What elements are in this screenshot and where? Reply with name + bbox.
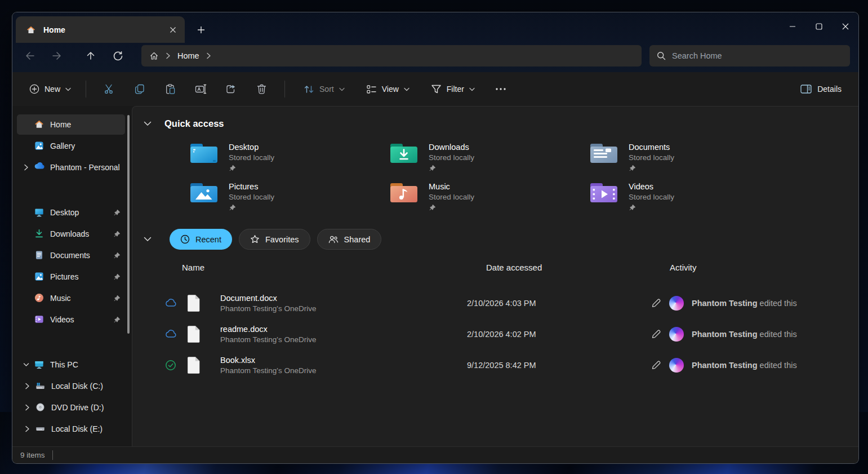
videos-icon [34,314,45,325]
filter-button[interactable]: Filter [425,79,481,99]
chevron-right-icon[interactable] [23,404,32,411]
pin-icon [113,252,121,259]
downloads-folder-icon [389,141,419,165]
sidebar-item-pictures[interactable]: Pictures [17,267,125,287]
search-input[interactable] [672,51,843,60]
refresh-button[interactable] [108,46,128,66]
tab-recent-label: Recent [195,235,221,244]
tab-close-icon[interactable] [166,23,180,37]
cloud-status-icon [163,299,179,307]
tile-downloads[interactable]: Downloads Stored locally [389,141,589,172]
people-icon [328,235,339,244]
tile-desktop[interactable]: Desktop Stored locally [189,141,389,172]
sidebar-item-onedrive-personal[interactable]: Phantom - Personal [17,157,125,178]
details-button[interactable]: Details [794,80,848,98]
chevron-right-icon[interactable] [21,164,31,171]
sidebar-item-gallery[interactable]: Gallery [17,136,125,156]
new-tab-button[interactable] [193,21,210,38]
view-icon [366,84,377,95]
tile-name: Videos [629,182,674,191]
table-row[interactable]: Document.docx Phantom Testing's OneDrive… [144,287,858,318]
avatar [669,327,684,342]
sort-button[interactable]: Sort [297,79,351,99]
recent-files-table: Name Date accessed Activity Document.doc… [144,263,858,380]
tile-name: Desktop [229,143,274,152]
documents-folder-icon [589,141,618,165]
sidebar-item-dvd-drive-d[interactable]: DVD Drive (D:) [18,397,125,418]
chevron-right-icon[interactable] [23,426,32,432]
explorer-tab-home[interactable]: Home [16,16,185,43]
sidebar-scrollbar[interactable] [127,115,130,334]
tab-favorites-label: Favorites [265,235,299,244]
navigation-pane: Home Gallery Phantom - Personal [12,106,132,446]
pin-icon [113,273,121,281]
sidebar-item-documents[interactable]: Documents [17,245,125,265]
view-button[interactable]: View [360,79,416,99]
rename-button[interactable] [189,78,212,100]
sidebar-item-videos[interactable]: Videos [17,309,125,330]
document-file-icon [186,294,203,312]
sidebar-item-home[interactable]: Home [17,114,125,135]
file-location: Phantom Testing's OneDrive [220,335,467,344]
column-header-date-accessed[interactable]: Date accessed [486,263,542,272]
tab-favorites[interactable]: Favorites [239,229,310,250]
new-button[interactable]: New [23,79,78,99]
share-button[interactable] [219,78,243,100]
activity-action: edited this [758,330,797,339]
search-box[interactable] [649,45,850,67]
sidebar-item-this-pc[interactable]: This PC [17,355,125,375]
breadcrumb-item-home[interactable]: Home [177,51,199,60]
pin-icon [113,231,121,238]
sidebar-item-music[interactable]: Music [17,288,125,308]
breadcrumb[interactable]: Home [141,45,642,67]
view-label: View [382,85,399,94]
copy-button[interactable] [128,78,152,100]
pin-icon [229,204,274,211]
toolbar-separator [86,81,86,98]
back-button[interactable] [20,46,40,66]
chevron-right-icon[interactable] [23,383,32,389]
column-header-name[interactable]: Name [182,263,204,272]
chevron-down-icon [469,87,475,91]
sidebar-item-downloads[interactable]: Downloads [17,224,125,244]
tab-shared[interactable]: Shared [317,229,382,250]
search-icon [657,51,666,60]
dvd-drive-icon [35,402,46,413]
tile-pictures[interactable]: Pictures Stored locally [189,181,389,211]
forward-button[interactable] [47,46,67,66]
see-more-button[interactable] [489,78,513,100]
tab-title: Home [43,25,166,34]
sidebar-item-local-disk-e[interactable]: Local Disk (E:) [18,419,125,439]
chevron-down-icon [339,87,345,91]
status-bar: 9 items [12,446,858,463]
sidebar-item-local-disk-c[interactable]: Local Disk (C:) [18,376,125,396]
quick-access-title: Quick access [164,118,224,129]
tile-subtitle: Stored locally [229,153,274,162]
close-button[interactable] [832,12,858,41]
table-row[interactable]: Book.xlsx Phantom Testing's OneDrive 9/1… [144,349,858,380]
chevron-down-icon[interactable] [21,362,31,367]
pin-icon [629,165,674,172]
breadcrumb-chevron-icon[interactable] [206,52,211,59]
pin-icon [429,165,474,172]
maximize-button[interactable] [805,12,832,41]
tile-music[interactable]: Music Stored locally [389,181,589,211]
details-label: Details [817,85,842,94]
sidebar-item-desktop[interactable]: Desktop [17,202,125,223]
tile-videos[interactable]: Videos Stored locally [589,181,789,211]
tab-recent[interactable]: Recent [170,229,232,250]
table-row[interactable]: readme.docx Phantom Testing's OneDrive 2… [144,318,858,349]
chevron-down-icon[interactable] [144,237,152,242]
tile-documents[interactable]: Documents Stored locally [589,141,789,172]
minimize-button[interactable] [779,12,805,41]
cut-button[interactable] [97,78,121,100]
table-body: Document.docx Phantom Testing's OneDrive… [144,287,858,380]
pencil-icon [651,360,661,370]
breadcrumb-home-icon[interactable] [149,51,159,61]
pictures-folder-icon [189,181,219,205]
chevron-down-icon[interactable] [144,121,152,126]
column-header-activity[interactable]: Activity [670,263,697,272]
up-button[interactable] [81,46,101,66]
delete-button[interactable] [250,78,273,100]
paste-button[interactable] [158,78,182,100]
